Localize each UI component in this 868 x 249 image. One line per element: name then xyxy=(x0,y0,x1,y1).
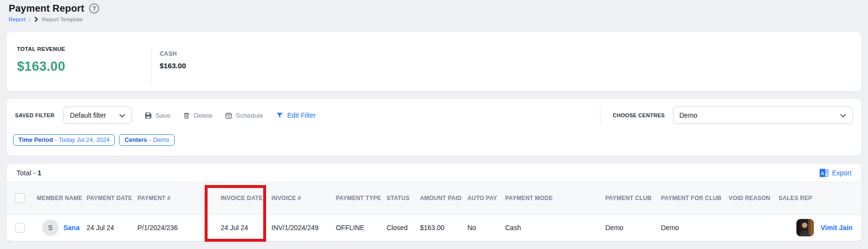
table-header-row: MEMBER NAME PAYMENT DATE PAYMENT # INVOI… xyxy=(7,182,861,215)
col-void-reason[interactable]: VOID REASON xyxy=(729,195,778,202)
invoice-number-cell: INV/1/2024/249 xyxy=(271,224,336,232)
select-all-checkbox[interactable] xyxy=(15,193,25,203)
page-title: Payment Report xyxy=(9,3,84,14)
col-payment-mode[interactable]: PAYMENT MODE xyxy=(505,195,605,202)
payment-for-club-cell: Demo xyxy=(661,224,729,232)
chip-label: Time Period xyxy=(18,137,53,143)
col-payment-type[interactable]: PAYMENT TYPE xyxy=(336,195,387,202)
chevron-right-icon xyxy=(34,17,39,22)
save-filter-button[interactable]: Save xyxy=(145,112,170,119)
summary-divider xyxy=(151,47,152,83)
revenue-summary-card: TOTAL REVENUE $163.00 CASH $163.00 xyxy=(6,31,862,92)
centers-chip[interactable]: Centers - Demo xyxy=(119,134,174,146)
row-checkbox[interactable] xyxy=(15,223,25,233)
calendar-icon xyxy=(225,112,232,119)
breadcrumb-separator: / xyxy=(29,16,30,22)
delete-filter-button[interactable]: Delete xyxy=(183,112,212,119)
cash-label: CASH xyxy=(160,50,186,57)
payment-mode-cell: Cash xyxy=(505,224,605,232)
chip-label: Centers xyxy=(124,137,147,143)
breadcrumb: Report / Report Template xyxy=(9,16,99,22)
total-revenue-metric: TOTAL REVENUE $163.00 xyxy=(17,46,65,74)
breadcrumb-report-link[interactable]: Report xyxy=(9,16,26,22)
page-header: Payment Report ? Report / Report Templat… xyxy=(9,3,99,22)
export-label: Export xyxy=(832,169,852,177)
edit-filter-label: Edit Filter xyxy=(287,111,316,119)
col-payment-club[interactable]: PAYMENT CLUB xyxy=(605,195,661,202)
save-icon xyxy=(145,112,152,119)
col-invoice-number[interactable]: INVOICE # xyxy=(271,195,336,202)
choose-centres-group: CHOOSE CENTRES Demo xyxy=(600,105,853,125)
payment-club-cell: Demo xyxy=(605,224,661,232)
choose-centres-select[interactable]: Demo xyxy=(673,107,853,124)
filter-card: SAVED FILTER Default filter Save Delete xyxy=(6,98,862,156)
col-auto-pay[interactable]: AUTO PAY xyxy=(467,195,505,202)
member-name-link[interactable]: Sana xyxy=(63,224,79,232)
payment-type-cell: OFFLINE xyxy=(336,224,387,232)
payment-number-cell: P/1/2024/236 xyxy=(137,224,221,232)
auto-pay-cell: No xyxy=(467,224,505,232)
svg-text:X: X xyxy=(821,171,824,176)
invoice-date-cell: 24 Jul 24 xyxy=(221,224,271,232)
status-cell: Closed xyxy=(387,224,420,232)
delete-label: Delete xyxy=(194,112,212,119)
col-invoice-date[interactable]: INVOICE DATE xyxy=(221,195,271,202)
table-row: S Sana 24 Jul 24 P/1/2024/236 24 Jul 24 … xyxy=(7,215,861,241)
chip-value: Today Jul 24, 2024 xyxy=(59,137,110,143)
breadcrumb-current: Report Template xyxy=(42,16,83,22)
export-button[interactable]: X Export xyxy=(820,169,852,177)
payment-date-cell: 24 Jul 24 xyxy=(87,224,137,232)
save-label: Save xyxy=(155,112,170,119)
chevron-down-icon xyxy=(839,112,847,119)
time-period-chip[interactable]: Time Period - Today Jul 24, 2024 xyxy=(13,134,115,146)
choose-centres-selected-value: Demo xyxy=(679,111,697,119)
col-status[interactable]: STATUS xyxy=(387,195,420,202)
member-avatar: S xyxy=(42,219,59,236)
col-sales-rep[interactable]: SALES REP xyxy=(778,195,853,202)
schedule-label: Schedule xyxy=(236,112,263,119)
amount-paid-cell: $163.00 xyxy=(420,224,467,232)
edit-filter-button[interactable]: Edit Filter xyxy=(276,111,316,119)
active-filter-chips: Time Period - Today Jul 24, 2024 Centers… xyxy=(7,130,861,146)
col-payment-date[interactable]: PAYMENT DATE xyxy=(87,195,137,202)
sales-rep-avatar xyxy=(796,219,814,236)
schedule-filter-button[interactable]: Schedule xyxy=(225,112,263,119)
choose-centres-label: CHOOSE CENTRES xyxy=(613,112,665,118)
help-icon[interactable]: ? xyxy=(89,3,99,14)
payments-table-card: Total - 1 X Export MEMBER NAME PAYMENT D… xyxy=(6,163,862,241)
col-member-name[interactable]: MEMBER NAME xyxy=(37,195,87,202)
excel-icon: X xyxy=(820,169,828,177)
col-amount-paid[interactable]: AMOUNT PAID xyxy=(420,195,467,202)
saved-filter-label: SAVED FILTER xyxy=(15,112,54,118)
col-payment-number[interactable]: PAYMENT # xyxy=(137,195,221,202)
cash-metric: CASH $163.00 xyxy=(160,50,186,70)
col-payment-for-club[interactable]: PAYMENT FOR CLUB xyxy=(661,195,729,202)
saved-filter-select[interactable]: Default filter xyxy=(63,107,132,124)
total-revenue-label: TOTAL REVENUE xyxy=(17,46,65,52)
saved-filter-selected-value: Default filter xyxy=(70,111,106,119)
filter-funnel-icon xyxy=(276,111,284,119)
chevron-down-icon xyxy=(119,112,126,119)
chip-value: Demo xyxy=(153,137,169,143)
payment-report-page: Payment Report ? Report / Report Templat… xyxy=(0,0,868,249)
total-revenue-value: $163.00 xyxy=(17,59,65,74)
sales-rep-link[interactable]: Vimit Jain xyxy=(821,224,853,232)
trash-icon xyxy=(183,112,190,119)
cash-value: $163.00 xyxy=(160,62,186,70)
total-count: Total - 1 xyxy=(16,169,42,177)
